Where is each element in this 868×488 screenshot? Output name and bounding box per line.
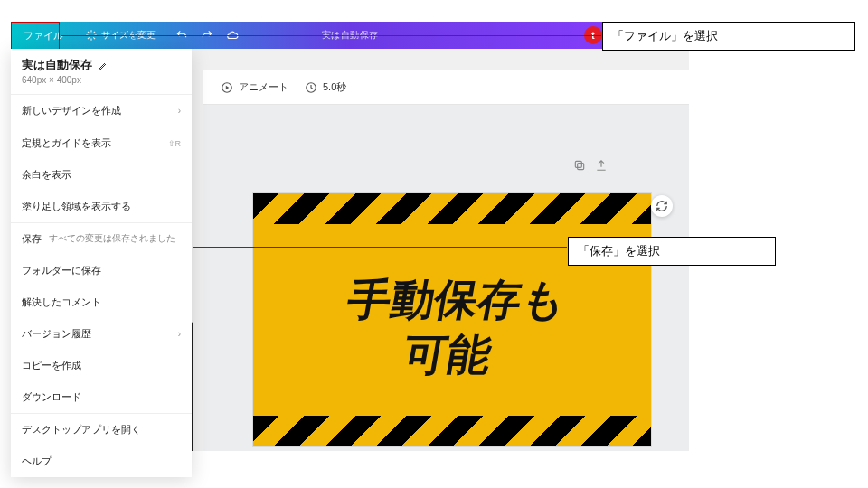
duration-button[interactable]: 5.0秒	[305, 80, 346, 94]
menu-version-history[interactable]: バージョン履歴 ›	[11, 318, 192, 350]
file-dropdown: 実は自動保存 640px × 400px 新しいデザインを作成 › 定規とガイド…	[11, 49, 192, 477]
file-menu-button[interactable]: ファイル	[11, 22, 76, 49]
design-title-strike: 実は自動保存	[322, 29, 379, 42]
chevron-right-icon: ›	[178, 106, 181, 116]
canvas-area: 手動保存も 可能 ● ● ● ●	[203, 105, 689, 451]
undo-icon[interactable]	[175, 29, 188, 42]
chevron-right-icon: ›	[178, 329, 181, 339]
canvas-corner-tools	[573, 159, 608, 172]
shortcut-label: ⇧R	[168, 139, 182, 148]
callout-select-save: 「保存」を選択	[568, 237, 776, 266]
menu-show-bleed[interactable]: 塗り足し領域を表示する	[11, 191, 192, 222]
resize-label: サイズを変更	[101, 29, 156, 42]
animate-button[interactable]: アニメート	[221, 80, 288, 94]
design-canvas[interactable]: 手動保存も 可能	[253, 193, 651, 446]
duration-label: 5.0秒	[323, 80, 346, 94]
menu-resolved-comments[interactable]: 解決したコメント	[11, 286, 192, 318]
dropdown-dimensions: 640px × 400px	[11, 75, 192, 94]
animate-label: アニメート	[239, 80, 288, 94]
top-toolbar: ファイル サイズを変更 実は自動保存 t +	[11, 22, 689, 49]
menu-show-margins[interactable]: 余白を表示	[11, 159, 192, 191]
menu-save-to-folder[interactable]: フォルダーに保存	[11, 255, 192, 286]
menu-new-design[interactable]: 新しいデザインを作成 ›	[11, 94, 192, 127]
menu-show-rulers[interactable]: 定規とガイドを表示 ⇧R	[11, 127, 192, 159]
svg-rect-2	[578, 164, 584, 170]
resize-button[interactable]: サイズを変更	[76, 29, 165, 42]
dropdown-header: 実は自動保存	[11, 49, 192, 75]
refresh-icon	[656, 200, 668, 212]
menu-help[interactable]: ヘルプ	[11, 446, 192, 477]
design-main-text: 手動保存も 可能	[253, 248, 651, 407]
hazard-stripe-top	[253, 193, 651, 224]
menu-make-copy[interactable]: コピーを作成	[11, 350, 192, 381]
export-icon[interactable]	[595, 159, 608, 172]
sparkle-icon	[85, 29, 98, 42]
save-status: すべての変更は保存されました	[49, 233, 175, 245]
copy-icon[interactable]	[573, 159, 586, 172]
svg-rect-3	[575, 161, 581, 167]
share-badge[interactable]: t	[584, 26, 602, 44]
callout-select-file: 「ファイル」を選択	[602, 22, 855, 51]
dropdown-title: 実は自動保存	[22, 58, 92, 73]
animate-icon	[221, 81, 233, 94]
menu-open-desktop-app[interactable]: デスクトップアプリを開く	[11, 413, 192, 446]
sub-toolbar: アニメート 5.0秒	[203, 70, 689, 105]
file-menu-label: ファイル	[24, 29, 63, 42]
cloud-icon[interactable]	[226, 29, 239, 42]
clock-icon	[305, 81, 317, 94]
menu-download[interactable]: ダウンロード	[11, 381, 192, 413]
refresh-button[interactable]	[651, 195, 673, 217]
pencil-icon[interactable]	[98, 61, 108, 71]
hazard-stripe-bottom	[253, 416, 651, 446]
redo-icon[interactable]	[201, 29, 213, 42]
menu-save[interactable]: 保存 すべての変更は保存されました	[11, 222, 192, 255]
